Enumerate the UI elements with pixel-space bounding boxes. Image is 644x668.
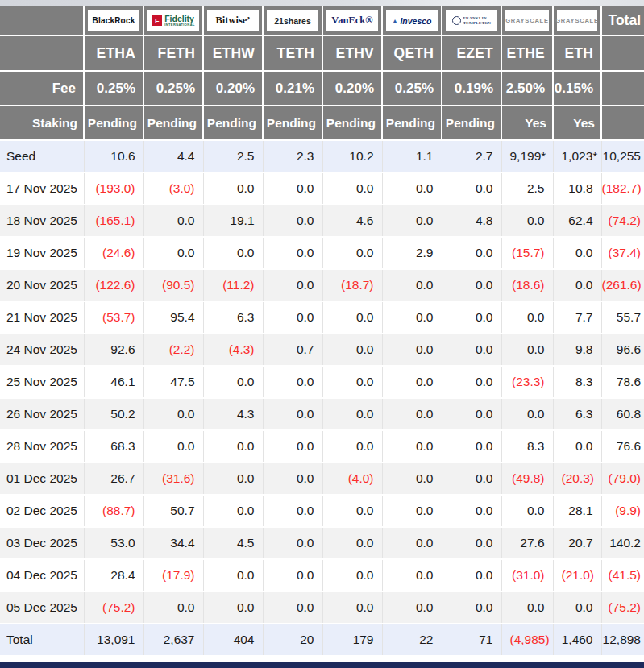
blackrock-logo: BlackRock: [88, 10, 139, 31]
cell-eth: 0.0: [553, 591, 601, 624]
cell-eth: 6.3: [553, 398, 601, 430]
fidelity-wordmark: Fidelity: [164, 15, 194, 23]
staking-row: StakingPendingPendingPendingPendingPendi…: [0, 106, 644, 140]
row-label-25-nov-2025: 25 Nov 2025: [0, 366, 84, 398]
cell-teth: 0.0: [263, 172, 322, 205]
cell-etha: 46.1: [84, 366, 143, 398]
cell-total: (75.2): [601, 591, 644, 624]
table-header: BlackRockFFidelityINTERNATIONALBitwise’2…: [0, 6, 644, 140]
cell-feth: 47.5: [143, 366, 203, 398]
staking-ethv: Pending: [322, 106, 382, 140]
cell-ethe: 0.0: [501, 205, 553, 237]
table-row-05-dec-2025: 05 Dec 2025(75.2)0.00.00.00.00.00.00.00.…: [0, 591, 644, 624]
cell-ezet: 0.0: [442, 172, 501, 205]
cell-ethe: (49.8): [501, 463, 553, 495]
grayscale-logo: GRAYSCALE: [557, 10, 597, 31]
issuer-cell-teth: 21shares: [263, 6, 322, 35]
cell-total: (261.6): [601, 269, 644, 301]
table-row-17-nov-2025: 17 Nov 2025(193.0)(3.0)0.00.00.00.00.02.…: [0, 172, 644, 205]
cell-ethw: 19.1: [203, 205, 263, 237]
issuer-cell-eth: GRAYSCALE: [553, 6, 601, 35]
table-row-25-nov-2025: 25 Nov 202546.147.50.00.00.00.00.0(23.3)…: [0, 366, 644, 398]
cell-ethw: 6.3: [203, 301, 263, 334]
issuer-cell-ethw: Bitwise’: [203, 6, 263, 35]
cell-ethe: (15.7): [501, 237, 553, 269]
blackrock-wordmark: BlackRock: [93, 16, 135, 25]
cell-total: 55.7: [601, 301, 644, 334]
cell-eth: 1,023*: [553, 140, 601, 172]
franklin-templeton-logo: FRANKLINTEMPLETON: [446, 10, 497, 31]
cell-total: (41.5): [601, 559, 644, 591]
cell-ethv: 10.2: [322, 140, 382, 172]
table-row-20-nov-2025: 20 Nov 2025(122.6)(90.5)(11.2)0.0(18.7)0…: [0, 269, 644, 301]
bitwise-wordmark: Bitwise’: [215, 15, 250, 27]
row-label-02-dec-2025: 02 Dec 2025: [0, 495, 84, 527]
row-label-04-dec-2025: 04 Dec 2025: [0, 559, 84, 591]
table-row-total: Total13,0912,637404201792271(4,985)1,460…: [0, 624, 644, 656]
cell-teth: 20: [263, 624, 322, 656]
cell-ezet: 0.0: [442, 559, 501, 591]
cell-total: (37.4): [601, 237, 644, 269]
cell-ethw: (4.3): [203, 334, 263, 366]
cell-qeth: 0.0: [382, 398, 442, 430]
invesco-wordmark: Invesco: [400, 16, 431, 26]
row-label-26-nov-2025: 26 Nov 2025: [0, 398, 84, 430]
cell-qeth: 0.0: [382, 269, 442, 301]
fee-eth: 0.15%: [553, 71, 601, 106]
cell-etha: 50.2: [84, 398, 143, 430]
cell-total: (9.9): [601, 495, 644, 527]
vaneck-wordmark: VanEck®: [331, 15, 372, 27]
staking-etha: Pending: [84, 106, 143, 140]
cell-ezet: 0.0: [442, 495, 501, 527]
cell-total: 96.6: [601, 334, 644, 366]
cell-etha: (24.6): [84, 237, 143, 269]
cell-qeth: 0.0: [382, 334, 442, 366]
bitwise-logo: Bitwise’: [207, 10, 259, 31]
cell-total: 10,255: [601, 140, 644, 172]
row-label-24-nov-2025: 24 Nov 2025: [0, 334, 84, 366]
cell-ethw: 404: [203, 624, 263, 656]
cell-ethv: 0.0: [322, 301, 382, 334]
cell-feth: 4.4: [143, 140, 203, 172]
corner-cell: [0, 35, 84, 71]
cell-ethe: 0.0: [501, 398, 553, 430]
table-row-03-dec-2025: 03 Dec 202553.034.44.50.00.00.00.027.620…: [0, 527, 644, 559]
issuer-cell-etha: BlackRock: [84, 6, 143, 35]
table-row-19-nov-2025: 19 Nov 2025(24.6)0.00.00.00.02.90.0(15.7…: [0, 237, 644, 269]
ticker-qeth: QETH: [382, 35, 442, 71]
table-row-21-nov-2025: 21 Nov 2025(53.7)95.46.30.00.00.00.00.07…: [0, 301, 644, 334]
cell-etha: (122.6): [84, 269, 143, 301]
cell-total: 60.8: [601, 398, 644, 430]
cell-ethe: (4,985): [501, 624, 553, 656]
cell-ethv: (18.7): [322, 269, 382, 301]
cell-teth: 0.0: [263, 495, 322, 527]
issuer-cell-qeth: ▲Invesco: [382, 6, 442, 35]
cell-ethe: 27.6: [501, 527, 553, 559]
vaneck-logo: VanEck®: [326, 10, 378, 31]
cell-feth: 34.4: [143, 527, 203, 559]
cell-etha: 10.6: [84, 140, 143, 172]
issuer-cell-ezet: FRANKLINTEMPLETON: [442, 6, 501, 35]
staking-feth: Pending: [143, 106, 203, 140]
cell-etha: 92.6: [84, 334, 143, 366]
table-row-26-nov-2025: 26 Nov 202550.20.04.30.00.00.00.00.06.36…: [0, 398, 644, 430]
fee-teth: 0.21%: [263, 71, 322, 106]
cell-ethe: 0.0: [501, 495, 553, 527]
row-label-03-dec-2025: 03 Dec 2025: [0, 527, 84, 559]
cell-ethe: (31.0): [501, 559, 553, 591]
fidelity-logo: FFidelityINTERNATIONAL: [147, 10, 199, 31]
cell-ethv: 0.0: [322, 334, 382, 366]
cell-ethv: 4.6: [322, 205, 382, 237]
cell-ethe: 0.0: [501, 301, 553, 334]
cell-ethv: 0.0: [322, 495, 382, 527]
cell-ezet: 0.0: [442, 269, 501, 301]
cell-teth: 0.7: [263, 334, 322, 366]
cell-eth: 7.7: [553, 301, 601, 334]
cell-ethw: 4.5: [203, 527, 263, 559]
table-body: Seed10.64.42.52.310.21.12.79,199*1,023*1…: [0, 140, 644, 656]
row-label-19-nov-2025: 19 Nov 2025: [0, 237, 84, 269]
table-row-24-nov-2025: 24 Nov 202592.6(2.2)(4.3)0.70.00.00.00.0…: [0, 334, 644, 366]
cell-ethw: 0.0: [203, 172, 263, 205]
cell-ethw: 0.0: [203, 495, 263, 527]
cell-ethv: (4.0): [322, 463, 382, 495]
